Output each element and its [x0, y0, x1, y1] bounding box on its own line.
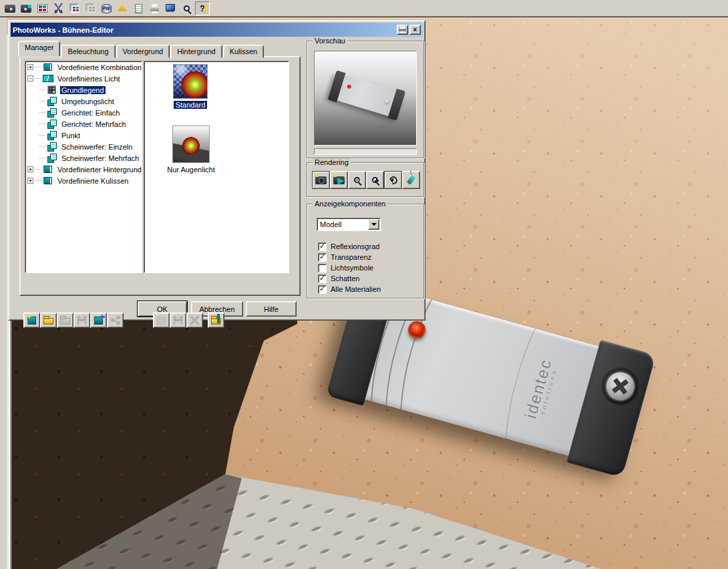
tree-item[interactable]: + Vordefinierter Hintergrund [25, 164, 142, 175]
add-folder-button[interactable] [208, 313, 224, 328]
tab-manager[interactable]: Manager [18, 41, 60, 57]
tab-label: Manager [25, 43, 53, 51]
open-archive-button[interactable] [57, 313, 73, 328]
image-camera-icon[interactable] [3, 1, 17, 15]
magnifier-plus-icon [372, 177, 378, 183]
checkbox-icon[interactable] [318, 285, 327, 294]
application-window: identec solutions PW ? [0, 0, 728, 569]
tree-item[interactable]: Punkt [25, 130, 142, 141]
tree-item-label: Gerichtet: Mehrfach [60, 120, 128, 128]
checkbox-icon[interactable] [318, 253, 327, 262]
photoworks-dialog: PhotoWorks - Bühnen-Editor × Manager Bel… [8, 20, 425, 321]
render-selection-button[interactable] [330, 171, 348, 189]
book-closed-icon [43, 165, 54, 174]
color-grid-icon [47, 85, 58, 94]
camera-arrow-icon [333, 176, 345, 184]
tab-kulissen[interactable]: Kulissen [223, 45, 264, 58]
render-camera-icon[interactable] [19, 1, 33, 15]
close-button[interactable]: × [409, 25, 421, 35]
zoom-search-icon[interactable] [179, 1, 194, 15]
tree-item[interactable]: - Vordefiniertes Licht [25, 73, 142, 84]
thumbnail-label[interactable]: Nur Augenlicht [167, 166, 215, 174]
thumbnail-list[interactable]: Standard Nur Augenlicht [144, 61, 289, 273]
spray-render-button[interactable] [402, 171, 420, 189]
preview-group: Vorschau [307, 41, 424, 158]
checkbox-icon[interactable] [318, 242, 327, 251]
pages-icon [47, 154, 58, 162]
tree-item[interactable]: Grundlegend [25, 84, 142, 96]
expander-icon[interactable]: + [27, 64, 33, 70]
cut-icon[interactable] [51, 1, 65, 15]
checkbox-label: Schatten [331, 274, 359, 282]
tab-beleuchtung[interactable]: Beleuchtung [61, 45, 115, 58]
tree-item-label: Gerichtet: Einfach [60, 109, 121, 117]
component-dropdown[interactable]: Modell [317, 218, 381, 231]
tree-item[interactable]: Umgebungslicht [25, 96, 142, 107]
zoom-area-button[interactable] [366, 171, 384, 189]
printer-icon [399, 27, 406, 33]
open-scene-button[interactable] [40, 313, 57, 328]
preview-device-led [347, 84, 351, 89]
redraw-button[interactable] [384, 171, 402, 189]
render-progress-bar [314, 148, 417, 155]
thumbnail-standard[interactable]: Standard [168, 64, 212, 109]
checkbox-icon[interactable] [318, 274, 327, 283]
thumbnail-nur-augenlicht[interactable]: Nur Augenlicht [159, 126, 223, 174]
tree-item[interactable]: + Vordefinierte Kombinationen [25, 61, 142, 73]
color-swatches-icon[interactable] [35, 1, 49, 15]
expander-icon[interactable]: + [27, 178, 33, 184]
print-button[interactable] [397, 25, 408, 35]
preview-device [329, 72, 405, 119]
tab-label: Beleuchtung [67, 47, 108, 55]
thumbnail-image-nur-augenlicht[interactable] [172, 126, 210, 163]
help-lightning-icon[interactable]: ? [195, 1, 210, 15]
manager-tab-page: + Vordefinierte Kombinationen - Vordefin… [19, 56, 301, 296]
refresh-icon [387, 174, 398, 185]
new-item-button[interactable] [153, 313, 170, 328]
thumbnail-label[interactable]: Standard [174, 101, 208, 109]
copy-image-icon[interactable] [67, 1, 81, 15]
preview-window-button[interactable] [348, 171, 366, 189]
paste-image-icon[interactable] [83, 1, 98, 15]
photoworks-database-icon[interactable]: PW [99, 1, 114, 15]
preview-group-label: Vorschau [313, 37, 347, 45]
dialog-title-bar[interactable]: PhotoWorks - Bühnen-Editor × [11, 23, 423, 37]
tab-label: Kulissen [230, 47, 258, 55]
display-icon[interactable] [163, 1, 178, 15]
expander-icon[interactable]: + [27, 166, 33, 172]
scene-tree[interactable]: + Vordefinierte Kombinationen - Vordefin… [25, 61, 142, 273]
tree-item[interactable]: Gerichtet: Einfach [25, 107, 142, 118]
save-scene-button[interactable] [73, 313, 90, 328]
tab-hintergrund[interactable]: Hintergrund [170, 45, 222, 58]
chevron-down-icon[interactable] [368, 219, 379, 230]
render-wizard-icon[interactable] [115, 1, 130, 15]
tree-item-label: Grundlegend [60, 86, 106, 94]
checkbox-transparenz[interactable]: Transparenz [318, 252, 371, 262]
tree-item[interactable]: + Vordefinierte Kulissen [25, 175, 142, 186]
checkbox-schatten[interactable]: Schatten [318, 274, 359, 283]
checkbox-reflexionsgrad[interactable]: Reflexionsgrad [318, 242, 379, 251]
expander-icon[interactable]: - [27, 75, 33, 81]
document-icon[interactable] [131, 1, 146, 15]
tree-item-label: Punkt [60, 132, 81, 140]
help-button[interactable]: Hilfe [246, 301, 297, 317]
new-scene-button[interactable] [23, 313, 40, 328]
render-button[interactable] [312, 171, 330, 189]
tree-item[interactable]: Scheinwerfer: Einzeln [25, 141, 142, 152]
save-item-button[interactable] [170, 313, 186, 328]
scene-hierarchy-button[interactable] [107, 313, 124, 328]
thumbnail-image-standard[interactable] [173, 64, 208, 99]
checkbox-alle-materialien[interactable]: Alle Materialien [318, 284, 381, 294]
reload-scene-button[interactable] [90, 313, 107, 328]
print-icon[interactable] [147, 1, 162, 15]
folder-toolbar [208, 313, 224, 328]
pages-icon [47, 97, 58, 106]
book-closed-icon [43, 176, 54, 185]
checkbox-lichtsymbole[interactable]: Lichtsymbole [318, 263, 373, 272]
tab-vordergrund[interactable]: Vordergrund [116, 45, 170, 58]
tree-item[interactable]: Scheinwerfer: Mehrfach [25, 152, 142, 164]
tree-item-label: Vordefinierte Kombinationen [56, 63, 142, 71]
tree-item[interactable]: Gerichtet: Mehrfach [25, 118, 142, 130]
delete-item-button[interactable] [186, 313, 203, 328]
checkbox-icon[interactable] [318, 264, 327, 272]
